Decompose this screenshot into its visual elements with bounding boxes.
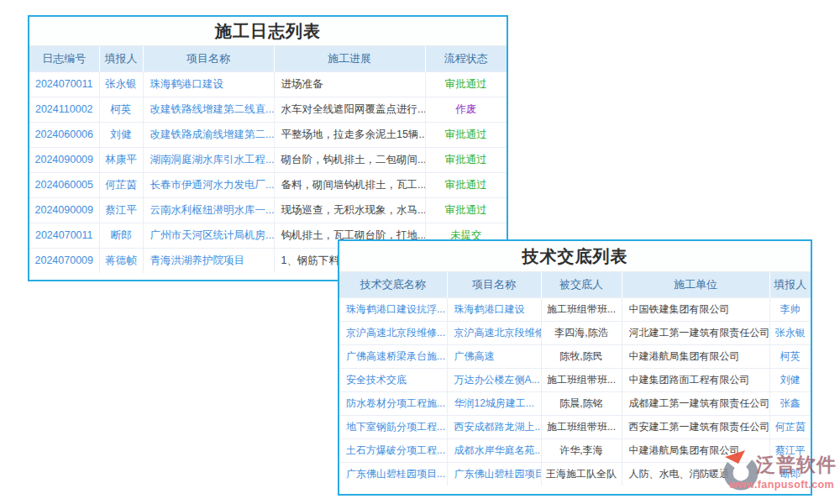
disclosure-name-cell[interactable]: 珠海鹤港口建设抗浮...: [339, 297, 447, 321]
log-table-header-row: 日志编号填报人项目名称施工进展流程状态: [29, 46, 507, 71]
project-name-cell[interactable]: 改建铁路成渝线增建第二...: [143, 122, 274, 147]
status-badge: 审批通过: [425, 172, 507, 197]
reporter-cell[interactable]: 何芷茵: [769, 415, 811, 438]
fanpu-watermark: 泛普软件 www.fanpusoft.com: [719, 444, 840, 500]
reporter-cell[interactable]: 蔡江平: [99, 197, 143, 223]
table-row: 广佛高速桥梁承台施...广佛高速陈牧,陈民中建港航局集团有限公司柯英: [339, 344, 811, 368]
disclosure-name-cell[interactable]: 广佛高速桥梁承台施...: [339, 344, 447, 368]
receiver-cell: 陈牧,陈民: [541, 344, 622, 368]
log-id-cell[interactable]: 2024090009: [29, 147, 99, 172]
table-row: 2024090009林康平湖南洞庭湖水库引水工程...砌台阶，钩机排土，二包砌间…: [29, 147, 507, 172]
project-name-cell[interactable]: 成都水岸华庭名苑...: [447, 438, 541, 462]
status-badge: 审批通过: [425, 147, 507, 172]
reporter-cell[interactable]: 李帅: [769, 297, 811, 321]
project-name-cell[interactable]: 珠海鹤港口建设: [143, 71, 274, 97]
progress-cell: 备料，砌间墙钩机排土，瓦工...: [274, 172, 425, 197]
column-header: 被交底人: [541, 272, 622, 297]
contractor-cell: 中建集团路面工程有限公司: [622, 368, 769, 391]
disclosure-name-cell[interactable]: 地下室钢筋分项工程...: [339, 415, 447, 438]
status-badge: 审批通过: [425, 122, 507, 147]
project-name-cell[interactable]: 湖南洞庭湖水库引水工程...: [143, 147, 274, 172]
status-badge: 作废: [425, 97, 507, 122]
table-row: 2024090009蔡江平云南水利枢纽潜明水库一...现场巡查，无积水现象，水马…: [29, 197, 507, 223]
log-id-cell[interactable]: 2024110002: [29, 97, 99, 122]
disclosure-name-cell[interactable]: 安全技术交底: [339, 368, 447, 391]
progress-cell: 平整场地，拉走多余泥土15辆...: [274, 122, 425, 147]
log-id-cell[interactable]: 2024070009: [29, 248, 99, 273]
reporter-cell[interactable]: 林康平: [99, 147, 143, 172]
reporter-cell[interactable]: 柯英: [99, 97, 143, 122]
project-name-cell[interactable]: 云南水利枢纽潜明水库一...: [143, 197, 274, 223]
project-name-cell[interactable]: 青海洪湖养护院项目: [143, 248, 274, 273]
log-id-cell[interactable]: 2024090009: [29, 197, 99, 223]
reporter-cell[interactable]: 刘健: [99, 122, 143, 147]
technical-disclosure-title: 技术交底列表: [339, 241, 811, 272]
log-id-cell[interactable]: 2024070011: [29, 71, 99, 97]
status-badge: 审批通过: [425, 197, 507, 223]
disclosure-table-header-row: 技术交底名称项目名称被交底人施工单位填报人: [339, 272, 811, 297]
log-id-cell[interactable]: 2024060005: [29, 172, 99, 197]
contractor-cell: 中建港航局集团有限公司: [622, 344, 769, 368]
construction-log-title: 施工日志列表: [29, 17, 507, 46]
reporter-cell[interactable]: 张永银: [769, 321, 811, 344]
contractor-cell: 中国铁建集团有限公司: [622, 297, 769, 321]
receiver-cell: 陈晨,陈铭: [541, 391, 622, 415]
table-row: 京沪高速北京段维修...京沪高速北京段维修李四海,陈浩河北建工第一建筑有限责任公…: [339, 321, 811, 344]
column-header: 填报人: [99, 46, 143, 71]
project-name-cell[interactable]: 广东佛山碧桂园项目: [447, 462, 541, 486]
reporter-cell[interactable]: 断郎: [99, 223, 143, 248]
project-name-cell[interactable]: 京沪高速北京段维修: [447, 321, 541, 344]
progress-cell: 水车对全线遮阳网覆盖点进行...: [274, 97, 425, 122]
progress-cell: 现场巡查，无积水现象，水马...: [274, 197, 425, 223]
column-header: 施工进展: [274, 46, 425, 71]
column-header: 日志编号: [29, 46, 99, 71]
reporter-cell[interactable]: 张鑫: [769, 391, 811, 415]
column-header: 施工单位: [622, 272, 769, 297]
receiver-cell: 王海施工队全队: [541, 462, 622, 486]
disclosure-name-cell[interactable]: 京沪高速北京段维修...: [339, 321, 447, 344]
receiver-cell: 施工班组带班...: [541, 368, 622, 391]
column-header: 项目名称: [447, 272, 541, 297]
table-row: 防水卷材分项工程施...华润12城房建工...陈晨,陈铭成都建工第一建筑有限责任…: [339, 391, 811, 415]
receiver-cell: 李四海,陈浩: [541, 321, 622, 344]
disclosure-name-cell[interactable]: 土石方爆破分项工程...: [339, 438, 447, 462]
contractor-cell: 成都建工第一建筑有限责任公司: [622, 391, 769, 415]
contractor-cell: 河北建工第一建筑有限责任公司: [622, 321, 769, 344]
receiver-cell: 施工班组带班...: [541, 297, 622, 321]
column-header: 技术交底名称: [339, 272, 447, 297]
column-header: 流程状态: [425, 46, 507, 71]
project-name-cell[interactable]: 西安成都路龙湖上...: [447, 415, 541, 438]
project-name-cell[interactable]: 广州市天河区统计局机房...: [143, 223, 274, 248]
project-name-cell[interactable]: 万达办公楼左侧A...: [447, 368, 541, 391]
project-name-cell[interactable]: 长春市伊通河水力发电厂...: [143, 172, 274, 197]
column-header: 填报人: [769, 272, 811, 297]
reporter-cell[interactable]: 柯英: [769, 344, 811, 368]
reporter-cell[interactable]: 何芷茵: [99, 172, 143, 197]
project-name-cell[interactable]: 改建铁路线增建第二线直...: [143, 97, 274, 122]
disclosure-name-cell[interactable]: 广东佛山碧桂园项目...: [339, 462, 447, 486]
table-row: 地下室钢筋分项工程...西安成都路龙湖上...施工班组带班...西安建工第一建筑…: [339, 415, 811, 438]
reporter-cell[interactable]: 张永银: [99, 71, 143, 97]
reporter-cell[interactable]: 刘健: [769, 368, 811, 391]
table-row: 2024060005何芷茵长春市伊通河水力发电厂...备料，砌间墙钩机排土，瓦工…: [29, 172, 507, 197]
receiver-cell: 许华,李海: [541, 438, 622, 462]
table-row: 2024060006刘健改建铁路成渝线增建第二...平整场地，拉走多余泥土15辆…: [29, 122, 507, 147]
table-row: 2024070011张永银珠海鹤港口建设进场准备审批通过: [29, 71, 507, 97]
progress-cell: 进场准备: [274, 71, 425, 97]
disclosure-name-cell[interactable]: 防水卷材分项工程施...: [339, 391, 447, 415]
receiver-cell: 施工班组带班...: [541, 415, 622, 438]
log-id-cell[interactable]: 2024070011: [29, 223, 99, 248]
project-name-cell[interactable]: 珠海鹤港口建设: [447, 297, 541, 321]
watermark-url: www.fanpusoft.com: [729, 479, 834, 491]
progress-cell: 砌台阶，钩机排土，二包砌间...: [274, 147, 425, 172]
watermark-brand: 泛普软件: [756, 452, 837, 478]
project-name-cell[interactable]: 广佛高速: [447, 344, 541, 368]
status-badge: 审批通过: [425, 71, 507, 97]
log-id-cell[interactable]: 2024060006: [29, 122, 99, 147]
table-row: 珠海鹤港口建设抗浮...珠海鹤港口建设施工班组带班...中国铁建集团有限公司李帅: [339, 297, 811, 321]
table-row: 安全技术交底万达办公楼左侧A...施工班组带班...中建集团路面工程有限公司刘健: [339, 368, 811, 391]
reporter-cell[interactable]: 蒋德帧: [99, 248, 143, 273]
project-name-cell[interactable]: 华润12城房建工...: [447, 391, 541, 415]
contractor-cell: 西安建工第一建筑有限责任公司: [622, 415, 769, 438]
table-row: 2024110002柯英改建铁路线增建第二线直...水车对全线遮阳网覆盖点进行.…: [29, 97, 507, 122]
